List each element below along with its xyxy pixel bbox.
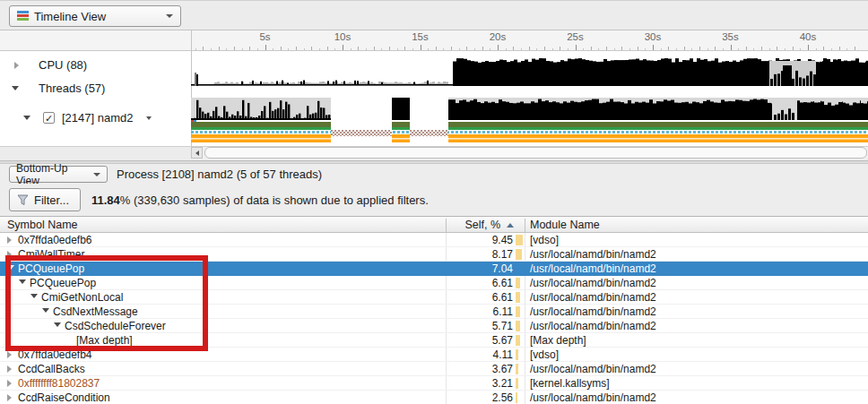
scrollbar-left-arrow[interactable] — [191, 147, 203, 159]
self-percent-bar — [516, 235, 523, 245]
ruler-tick — [281, 47, 282, 50]
ruler-subtick — [552, 48, 553, 50]
ruler-subtick — [226, 48, 227, 50]
ruler-tick — [311, 47, 312, 50]
symbol-name-cell: PCQueuePop — [18, 262, 84, 276]
ruler-subtick — [195, 48, 196, 50]
tree-row-threads[interactable]: Threads (57) — [12, 82, 105, 95]
self-percent-cell: 2.56 — [439, 391, 513, 404]
ruler-subtick — [428, 48, 429, 50]
table-row[interactable]: 0x7ffda0edefb69.45[vdso] — [0, 233, 868, 247]
table-row[interactable]: CcdRaiseCondition2.56/usr/local/namd/bin… — [0, 391, 868, 404]
ruler-label: 25s — [567, 31, 584, 42]
sort-ascending-icon — [507, 223, 514, 228]
ruler-tick — [638, 47, 638, 50]
module-name-cell: /usr/local/namd/bin/namd2 — [530, 362, 656, 376]
ruler-subtick — [242, 48, 243, 50]
table-row[interactable]: CsdScheduleForever5.71/usr/local/namd/bi… — [0, 319, 868, 333]
expand-collapsed-icon[interactable] — [7, 236, 12, 244]
ruler-tick — [203, 47, 204, 50]
filter-stats-text: 11.84% (339,630 samples) of data is show… — [91, 193, 429, 207]
self-percent-bar — [516, 306, 520, 317]
table-row[interactable]: 0x7ffda0edefb44.11[vdso] — [0, 348, 868, 362]
module-name-cell: [vdso] — [530, 233, 559, 247]
expand-expanded-icon[interactable] — [30, 294, 38, 298]
module-name-cell: /usr/local/namd/bin/namd2 — [530, 247, 656, 262]
ruler-subtick — [257, 48, 258, 50]
ruler-tick — [374, 47, 375, 50]
tree-row-cpu[interactable]: CPU (88) — [14, 58, 87, 72]
ruler-subtick — [443, 48, 444, 50]
tree-row-thread-2147[interactable]: ✓ [2147] namd2 — [23, 111, 152, 125]
self-percent-cell: 6.11 — [439, 305, 513, 319]
timeline-horizontal-scrollbar[interactable] — [191, 147, 868, 159]
module-name-cell: /usr/local/namd/bin/namd2 — [530, 391, 656, 404]
ruler-tick — [731, 45, 732, 50]
ruler-tick — [777, 47, 777, 50]
expand-collapsed-icon[interactable] — [7, 251, 12, 258]
expand-expanded-icon[interactable] — [42, 308, 49, 313]
ruler-subtick — [273, 48, 273, 50]
expand-expanded-icon[interactable] — [19, 279, 26, 284]
ruler-tick — [234, 47, 235, 50]
ruler-tick — [389, 47, 390, 50]
self-percent-cell: 9.45 — [439, 233, 513, 247]
table-row-selected[interactable]: PCQueuePop7.04/usr/local/namd/bin/namd2 — [0, 262, 868, 276]
ruler-subtick — [769, 48, 770, 50]
table-row[interactable]: CsdNextMessage6.11/usr/local/namd/bin/na… — [0, 305, 868, 319]
table-row[interactable]: CmiWallTimer8.17/usr/local/namd/bin/namd… — [0, 247, 868, 262]
ruler-tick — [249, 47, 250, 50]
expand-collapsed-icon[interactable] — [14, 62, 19, 69]
table-body: 0x7ffda0edefb69.45[vdso]CmiWallTimer8.17… — [0, 233, 868, 404]
filter-button[interactable]: Filter... — [9, 188, 81, 211]
expand-expanded-icon[interactable] — [12, 86, 19, 90]
ruler-tick — [265, 45, 266, 50]
ruler-tick — [529, 47, 530, 50]
table-row[interactable]: 0xffffffff818028373.21[kernel.kallsyms] — [0, 376, 868, 391]
expand-expanded-icon[interactable] — [23, 116, 30, 120]
symbol-name-cell: 0x7ffda0edefb6 — [18, 233, 92, 247]
bottomup-view-selector[interactable]: Bottom-Up View — [9, 166, 108, 183]
column-resize-handle[interactable] — [525, 219, 525, 232]
timeline-view-selector[interactable]: Timeline View — [9, 5, 181, 27]
cpu-activity-chart[interactable] — [191, 55, 868, 86]
thread-activity-chart[interactable] — [191, 98, 868, 144]
self-percent-bar — [516, 292, 520, 303]
self-percent-cell: 6.61 — [439, 276, 513, 290]
ruler-subtick — [583, 48, 584, 50]
threads-row-label: Threads (57) — [39, 82, 105, 95]
timeline-ruler-scale[interactable]: 5s10s15s20s25s30s35s40s — [191, 30, 868, 51]
scrollbar-thumb[interactable] — [204, 147, 867, 159]
ruler-subtick — [536, 48, 537, 50]
thread-options-chevron-icon[interactable] — [146, 116, 152, 120]
symbol-name-cell: PCQueuePop — [30, 276, 96, 290]
thread-checkbox[interactable]: ✓ — [43, 112, 55, 124]
expand-collapsed-icon[interactable] — [7, 351, 12, 358]
self-percent-cell: 5.67 — [439, 333, 513, 348]
expand-collapsed-icon[interactable] — [7, 365, 12, 373]
column-header-module[interactable]: Module Name — [530, 219, 600, 231]
ruler-subtick — [459, 48, 460, 50]
table-row[interactable]: [Max depth]5.67[Max depth] — [0, 333, 868, 348]
module-name-cell: /usr/local/namd/bin/namd2 — [530, 319, 656, 333]
column-header-self[interactable]: Self, % — [421, 219, 500, 231]
symbol-name-cell: CsdNextMessage — [53, 305, 138, 319]
ruler-label: 35s — [722, 31, 739, 42]
ruler-subtick — [351, 48, 352, 50]
chevron-down-icon — [166, 14, 173, 18]
ruler-tick — [544, 47, 545, 50]
table-row[interactable]: CmiGetNonLocal6.61/usr/local/namd/bin/na… — [0, 290, 868, 305]
column-header-symbol[interactable]: Symbol Name — [7, 219, 78, 231]
ruler-tick — [498, 45, 499, 50]
expand-collapsed-icon[interactable] — [7, 394, 12, 401]
self-percent-cell: 4.11 — [439, 348, 513, 362]
expand-expanded-icon[interactable] — [54, 322, 61, 327]
thread-row-label: [2147] namd2 — [62, 111, 134, 125]
timeline-view-icon — [17, 11, 29, 22]
table-row[interactable]: PCQueuePop6.61/usr/local/namd/bin/namd2 — [0, 276, 868, 290]
expand-collapsed-icon[interactable] — [7, 380, 12, 387]
ruler-tick — [746, 47, 747, 50]
column-resize-handle[interactable] — [446, 219, 447, 232]
table-row[interactable]: CcdCallBacks3.67/usr/local/namd/bin/namd… — [0, 362, 868, 376]
expand-expanded-icon[interactable] — [7, 265, 14, 270]
